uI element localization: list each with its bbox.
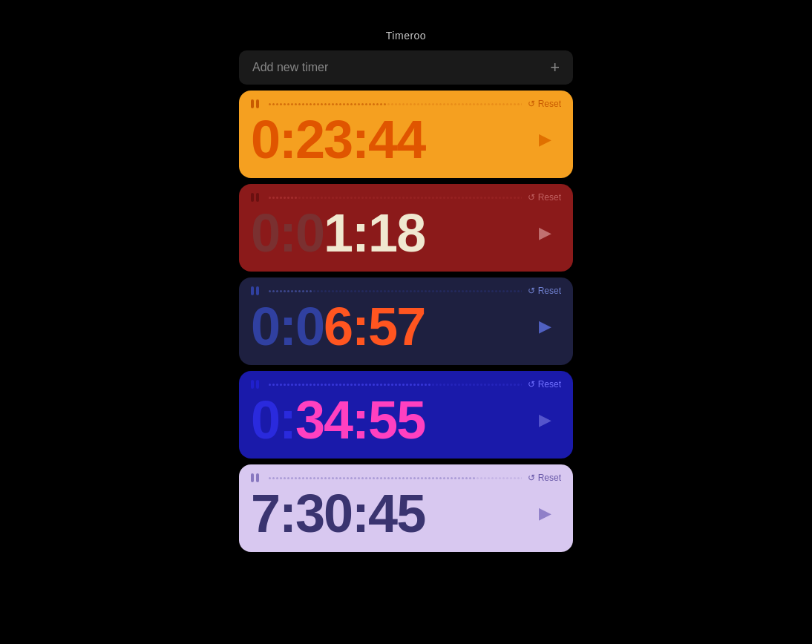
progress-dot-empty xyxy=(506,197,508,199)
progress-dot-filled xyxy=(284,290,286,292)
timer-2-body: 0:01:18 ▶ xyxy=(251,206,561,260)
progress-dot-filled xyxy=(295,197,297,199)
progress-dot-empty xyxy=(347,197,349,199)
progress-dot-empty xyxy=(373,197,375,199)
pause-bar-left xyxy=(251,193,254,202)
progress-dot-filled xyxy=(350,384,353,386)
progress-dot-filled xyxy=(347,477,349,479)
progress-dot-filled xyxy=(339,103,341,105)
progress-dot-filled xyxy=(451,477,453,479)
timer-2-pause-icon[interactable] xyxy=(251,191,263,203)
progress-dot-filled xyxy=(447,477,449,479)
progress-dot-empty xyxy=(488,384,490,386)
progress-dot-empty xyxy=(402,103,405,105)
progress-dot-empty xyxy=(517,477,520,479)
timer-5-pause-icon[interactable] xyxy=(251,472,263,484)
add-timer-bar[interactable]: Add new timer + xyxy=(239,50,573,85)
progress-dot-empty xyxy=(339,290,341,292)
progress-dot-filled xyxy=(391,384,393,386)
progress-dot-filled xyxy=(291,290,293,292)
progress-dot-empty xyxy=(432,197,434,199)
progress-dot-filled xyxy=(269,103,271,105)
progress-dot-empty xyxy=(410,197,412,199)
timer-3-play-button[interactable]: ▶ xyxy=(528,310,561,343)
progress-dot-filled xyxy=(269,197,271,199)
timer-1-play-button[interactable]: ▶ xyxy=(528,123,561,156)
progress-dot-empty xyxy=(521,290,522,292)
progress-dot-filled xyxy=(380,103,382,105)
progress-dot-empty xyxy=(443,384,445,386)
progress-dot-filled xyxy=(387,477,390,479)
timer-4-reset-button[interactable]: ↺ Reset xyxy=(528,379,561,390)
progress-dot-filled xyxy=(332,103,334,105)
timer-4-pause-icon[interactable] xyxy=(251,378,263,390)
timer-5-reset-button[interactable]: ↺ Reset xyxy=(528,473,561,483)
timer-4-play-button[interactable]: ▶ xyxy=(528,404,561,436)
pause-bar-left xyxy=(251,380,254,389)
progress-dot-filled xyxy=(317,103,319,105)
progress-dot-filled xyxy=(310,290,312,292)
progress-dot-empty xyxy=(462,103,464,105)
timer-3-reset-label: Reset xyxy=(538,286,561,296)
timer-1-pause-icon[interactable] xyxy=(251,98,263,110)
progress-dot-filled xyxy=(473,477,475,479)
app-title: Timeroo xyxy=(386,30,426,42)
progress-dot-empty xyxy=(332,197,334,199)
progress-dot-filled xyxy=(269,477,271,479)
progress-dot-empty xyxy=(413,103,416,105)
progress-dot-filled xyxy=(328,477,330,479)
progress-dot-empty xyxy=(391,290,393,292)
progress-dot-empty xyxy=(317,197,319,199)
progress-dot-empty xyxy=(335,290,338,292)
progress-dot-filled xyxy=(343,477,345,479)
progress-dot-empty xyxy=(410,103,412,105)
progress-dot-filled xyxy=(339,384,341,386)
progress-dot-empty xyxy=(462,197,464,199)
timer-3-pause-icon[interactable] xyxy=(251,285,263,297)
timer-2-play-button[interactable]: ▶ xyxy=(528,217,561,249)
progress-dot-empty xyxy=(517,384,520,386)
progress-dot-filled xyxy=(335,384,338,386)
progress-dot-empty xyxy=(506,103,508,105)
progress-dot-filled xyxy=(384,103,386,105)
progress-dot-empty xyxy=(454,384,456,386)
progress-dot-filled xyxy=(354,384,356,386)
progress-dot-filled xyxy=(347,103,349,105)
progress-dot-empty xyxy=(436,197,438,199)
progress-dot-filled xyxy=(373,477,375,479)
progress-dot-empty xyxy=(428,197,430,199)
timer-3-main-part: 6:57 xyxy=(324,300,425,353)
progress-dot-empty xyxy=(324,290,327,292)
progress-dot-filled xyxy=(439,477,442,479)
pause-bar-right xyxy=(256,99,259,108)
timer-5-play-button[interactable]: ▶ xyxy=(528,497,561,530)
progress-dot-filled xyxy=(443,477,445,479)
progress-dot-empty xyxy=(380,197,382,199)
progress-dot-filled xyxy=(369,384,371,386)
add-timer-plus-icon: + xyxy=(550,59,560,76)
progress-dot-empty xyxy=(521,103,522,105)
timer-card-5: ↺ Reset 7:30:45 ▶ xyxy=(239,464,573,552)
progress-dot-empty xyxy=(436,384,438,386)
timer-3-reset-button[interactable]: ↺ Reset xyxy=(528,286,561,296)
progress-dot-filled xyxy=(276,197,278,199)
timer-1-body: 0:23:44 ▶ xyxy=(251,113,561,166)
progress-dot-filled xyxy=(425,477,427,479)
timer-1-reset-button[interactable]: ↺ Reset xyxy=(528,99,561,109)
progress-dot-empty xyxy=(417,290,419,292)
progress-dot-filled xyxy=(380,477,382,479)
progress-dot-empty xyxy=(413,290,416,292)
progress-dot-empty xyxy=(484,290,486,292)
progress-dot-filled xyxy=(324,103,327,105)
timer-2-reset-button[interactable]: ↺ Reset xyxy=(528,192,561,203)
timer-2-reset-icon: ↺ xyxy=(528,192,535,203)
progress-dot-empty xyxy=(480,290,482,292)
timer-4-body: 0:34:55 ▶ xyxy=(251,393,561,447)
progress-dot-empty xyxy=(417,103,419,105)
progress-dot-empty xyxy=(332,290,334,292)
timer-2-top-bar: ↺ Reset xyxy=(251,191,561,203)
progress-dot-filled xyxy=(417,384,419,386)
progress-dot-empty xyxy=(317,290,319,292)
progress-dot-empty xyxy=(488,103,490,105)
progress-dot-empty xyxy=(473,103,475,105)
